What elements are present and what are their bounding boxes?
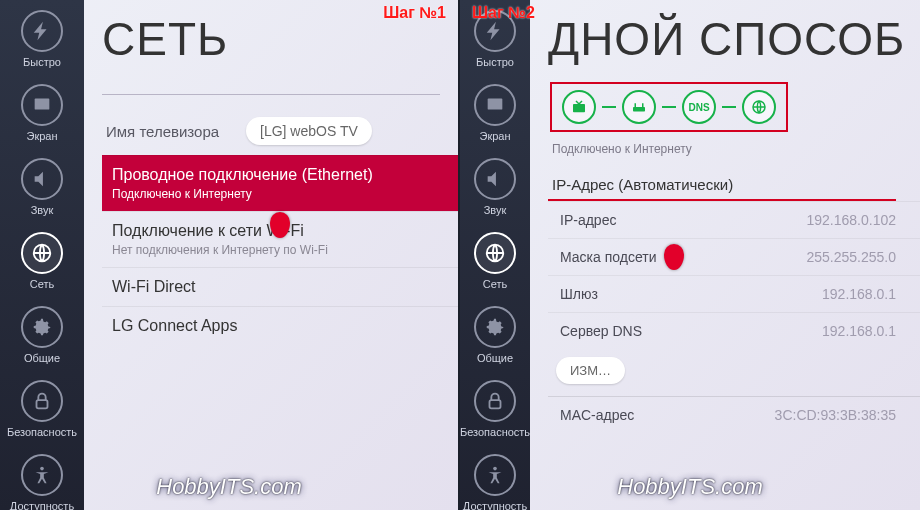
connection-status-chain: DNS <box>550 82 788 132</box>
list-item-title: Wi-Fi Direct <box>112 278 440 296</box>
ip-section-header[interactable]: IP-Адрес (Автоматически) <box>548 170 896 201</box>
sidebar-item-sound[interactable]: Звук <box>460 152 530 220</box>
sidebar-item-sound[interactable]: Звук <box>0 152 84 220</box>
dns-server-row: Сервер DNS 192.168.0.1 <box>548 312 920 349</box>
sidebar-item-screen[interactable]: Экран <box>0 78 84 146</box>
sidebar-item-label: Звук <box>484 204 507 216</box>
dns-icon: DNS <box>682 90 716 124</box>
chain-connector <box>662 106 676 108</box>
svg-rect-6 <box>490 400 501 408</box>
gateway-row: Шлюз 192.168.0.1 <box>548 275 920 312</box>
sidebar-item-general[interactable]: Общие <box>0 300 84 368</box>
ethernet-connection-item[interactable]: Проводное подключение (Ethernet) Подключ… <box>102 155 458 211</box>
sidebar-item-label: Сеть <box>483 278 507 290</box>
internet-icon <box>742 90 776 124</box>
gear-icon <box>21 306 63 348</box>
bolt-icon <box>21 10 63 52</box>
kv-key: Сервер DNS <box>560 323 822 339</box>
globe-icon <box>474 232 516 274</box>
sidebar-item-label: Безопасность <box>7 426 77 438</box>
sidebar-item-screen[interactable]: Экран <box>460 78 530 146</box>
subnet-mask-row: Маска подсети 255.255.255.0 <box>548 238 920 275</box>
page-title: ДНОЙ СПОСОБ <box>548 12 920 66</box>
ip-address-row: IP-адрес 192.168.0.102 <box>548 201 920 238</box>
speaker-icon <box>21 158 63 200</box>
sidebar-item-security[interactable]: Безопасность <box>0 374 84 442</box>
svg-point-3 <box>40 467 44 471</box>
svg-rect-9 <box>633 107 645 112</box>
chain-connector <box>602 106 616 108</box>
lock-icon <box>21 380 63 422</box>
page-title: СЕТЬ <box>102 12 458 66</box>
step-2-label: Шаг №2 <box>472 4 535 22</box>
sidebar-item-accessibility[interactable]: Доступность <box>0 448 84 510</box>
gear-icon <box>474 306 516 348</box>
svg-point-7 <box>493 467 497 471</box>
sidebar-item-network[interactable]: Сеть <box>0 226 84 294</box>
svg-rect-8 <box>573 104 585 112</box>
screen-icon <box>21 84 63 126</box>
kv-key: IP-адрес <box>560 212 806 228</box>
sidebar-item-general[interactable]: Общие <box>460 300 530 368</box>
svg-rect-2 <box>37 400 48 408</box>
list-item-title: Проводное подключение (Ethernet) <box>112 166 440 184</box>
panel-step-1: Шаг №1 Быстро Экран Звук Сеть Общие Безо… <box>0 0 460 510</box>
sidebar-item-label: Экран <box>479 130 510 142</box>
sidebar-item-label: Доступность <box>10 500 74 510</box>
list-item-sub: Нет подключения к Интернету по Wi-Fi <box>112 243 440 257</box>
speaker-icon <box>474 158 516 200</box>
sidebar: Быстро Экран Звук Сеть Общие Безопасност… <box>460 0 530 510</box>
sidebar-item-label: Общие <box>477 352 513 364</box>
sidebar-item-security[interactable]: Безопасность <box>460 374 530 442</box>
sidebar-item-network[interactable]: Сеть <box>460 226 530 294</box>
accessibility-icon <box>474 454 516 496</box>
kv-key: Шлюз <box>560 286 822 302</box>
mac-address-row: MAC-адрес 3C:CD:93:3B:38:35 <box>548 396 920 433</box>
chain-connector <box>722 106 736 108</box>
edit-button[interactable]: ИЗМ… <box>556 357 625 384</box>
kv-key: MAC-адрес <box>560 407 775 423</box>
sidebar-item-label: Звук <box>31 204 54 216</box>
sidebar-item-label: Сеть <box>30 278 54 290</box>
sidebar-item-label: Быстро <box>23 56 61 68</box>
tv-name-label: Имя телевизора <box>106 123 246 140</box>
accessibility-icon <box>21 454 63 496</box>
router-icon <box>622 90 656 124</box>
sidebar-item-label: Быстро <box>476 56 514 68</box>
kv-value: 192.168.0.1 <box>822 286 896 302</box>
content-step-2: ДНОЙ СПОСОБ DNS Подключено к Интернету I… <box>530 0 920 510</box>
panel-step-2: Шаг №2 Быстро Экран Звук Сеть Общие Безо… <box>460 0 920 510</box>
globe-icon <box>21 232 63 274</box>
sidebar-item-label: Общие <box>24 352 60 364</box>
sidebar-item-label: Безопасность <box>460 426 530 438</box>
kv-value: 255.255.255.0 <box>806 249 896 265</box>
tv-name-value[interactable]: [LG] webOS TV <box>246 117 372 145</box>
lock-icon <box>474 380 516 422</box>
content-step-1: СЕТЬ Имя телевизора [LG] webOS TV Провод… <box>84 0 458 510</box>
sidebar-item-label: Экран <box>26 130 57 142</box>
svg-rect-4 <box>488 99 503 110</box>
kv-value: 192.168.0.102 <box>806 212 896 228</box>
connection-status-text: Подключено к Интернету <box>552 142 920 156</box>
sidebar: Быстро Экран Звук Сеть Общие Безопасност… <box>0 0 84 510</box>
kv-value: 192.168.0.1 <box>822 323 896 339</box>
divider <box>102 94 440 95</box>
svg-rect-0 <box>35 99 50 110</box>
wifi-direct-item[interactable]: Wi-Fi Direct <box>102 267 458 306</box>
list-item-title: LG Connect Apps <box>112 317 440 335</box>
tv-icon <box>562 90 596 124</box>
kv-value: 3C:CD:93:3B:38:35 <box>775 407 896 423</box>
screen-icon <box>474 84 516 126</box>
list-item-sub: Подключено к Интернету <box>112 187 440 201</box>
sidebar-item-accessibility[interactable]: Доступность <box>460 448 530 510</box>
lg-connect-apps-item[interactable]: LG Connect Apps <box>102 306 458 345</box>
sidebar-item-label: Доступность <box>463 500 527 510</box>
tv-name-row[interactable]: Имя телевизора [LG] webOS TV <box>102 107 458 155</box>
sidebar-item-quick[interactable]: Быстро <box>0 4 84 72</box>
